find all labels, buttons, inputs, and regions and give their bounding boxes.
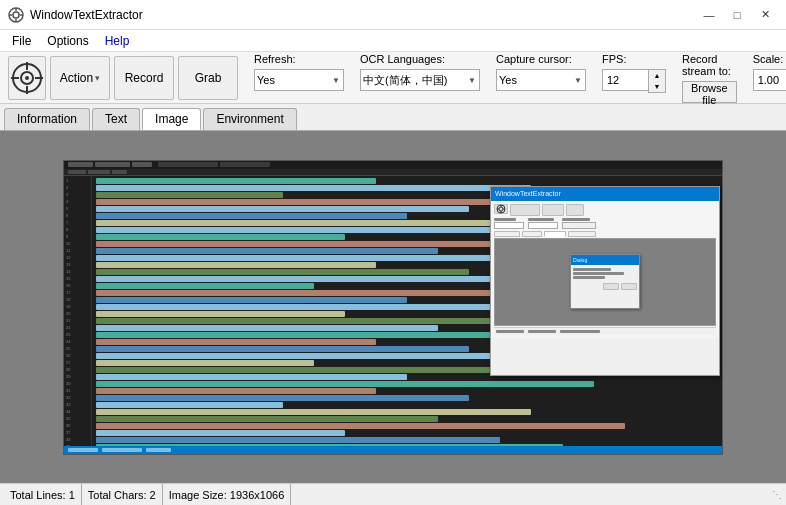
window-title: WindowTextExtractor <box>30 8 696 22</box>
close-button[interactable]: ✕ <box>752 5 778 25</box>
menu-file[interactable]: File <box>4 32 39 50</box>
ocr-languages-control: OCR Languages: 中文(简体，中国) English <box>360 53 480 91</box>
grab-label: Grab <box>195 71 222 85</box>
menu-options[interactable]: Options <box>39 32 96 50</box>
action-button[interactable]: Action ▾ <box>50 56 110 100</box>
grab-button[interactable]: Grab <box>178 56 238 100</box>
toolbar: Action ▾ Record Grab Refresh: Yes No OCR… <box>0 52 786 104</box>
window-controls: — □ ✕ <box>696 5 778 25</box>
fps-label: FPS: <box>602 53 666 65</box>
fps-input[interactable] <box>602 69 648 91</box>
menu-bar: File Options Help <box>0 30 786 52</box>
tab-image[interactable]: Image <box>142 108 201 130</box>
fps-control: FPS: ▲ ▼ <box>602 53 666 93</box>
screenshot-image: 1 2 3 4 5 6 7 8 910111213141516171819202… <box>63 160 723 455</box>
main-content: 1 2 3 4 5 6 7 8 910111213141516171819202… <box>0 131 786 483</box>
capture-cursor-control: Capture cursor: Yes No <box>496 53 586 91</box>
target-button[interactable] <box>8 56 46 100</box>
fps-spinbox[interactable]: ▲ ▼ <box>602 69 666 93</box>
svg-point-8 <box>25 76 29 80</box>
scale-input[interactable] <box>753 69 786 91</box>
tab-environment[interactable]: Environment <box>203 108 296 130</box>
record-stream-label: Record stream to: <box>682 53 737 77</box>
svg-point-1 <box>13 12 19 18</box>
menu-help[interactable]: Help <box>97 32 138 50</box>
maximize-button[interactable]: □ <box>724 5 750 25</box>
image-panel: 1 2 3 4 5 6 7 8 910111213141516171819202… <box>0 131 786 483</box>
app-icon <box>8 7 24 23</box>
refresh-select[interactable]: Yes No <box>254 69 344 91</box>
scale-spinbox[interactable]: ▲ ▼ <box>753 69 786 93</box>
capture-cursor-select-wrapper[interactable]: Yes No <box>496 69 586 91</box>
inner-app-window: WindowTextExtractor <box>490 186 720 376</box>
tab-text[interactable]: Text <box>92 108 140 130</box>
ocr-label: OCR Languages: <box>360 53 480 65</box>
capture-cursor-select[interactable]: Yes No <box>496 69 586 91</box>
record-label: Record <box>125 71 164 85</box>
ocr-select[interactable]: 中文(简体，中国) English <box>360 69 480 91</box>
tab-bar: Information Text Image Environment <box>0 104 786 131</box>
controls-panel: Refresh: Yes No OCR Languages: 中文(简体，中国)… <box>254 53 786 103</box>
capture-cursor-label: Capture cursor: <box>496 53 586 65</box>
fps-decrement[interactable]: ▼ <box>649 81 665 92</box>
resize-handle[interactable]: ⋱ <box>772 489 782 500</box>
scale-label: Scale: <box>753 53 786 65</box>
record-stream-control: Record stream to: Browse file <box>682 53 737 103</box>
title-bar: WindowTextExtractor — □ ✕ <box>0 0 786 30</box>
record-button[interactable]: Record <box>114 56 174 100</box>
fps-spin-buttons: ▲ ▼ <box>648 69 666 93</box>
image-size: Image Size: 1936x1066 <box>163 484 292 505</box>
refresh-select-wrapper[interactable]: Yes No <box>254 69 344 91</box>
total-chars: Total Chars: 2 <box>82 484 163 505</box>
ocr-select-wrapper[interactable]: 中文(简体，中国) English <box>360 69 480 91</box>
refresh-label: Refresh: <box>254 53 344 65</box>
refresh-control: Refresh: Yes No <box>254 53 344 91</box>
tab-information[interactable]: Information <box>4 108 90 130</box>
status-bar: Total Lines: 1 Total Chars: 2 Image Size… <box>0 483 786 505</box>
action-label: Action <box>60 71 93 85</box>
action-dropdown-arrow: ▾ <box>95 73 100 83</box>
svg-point-14 <box>499 207 503 211</box>
total-lines: Total Lines: 1 <box>4 484 82 505</box>
browse-file-button[interactable]: Browse file <box>682 81 737 103</box>
fps-increment[interactable]: ▲ <box>649 70 665 81</box>
minimize-button[interactable]: — <box>696 5 722 25</box>
scale-control: Scale: ▲ ▼ <box>753 53 786 93</box>
